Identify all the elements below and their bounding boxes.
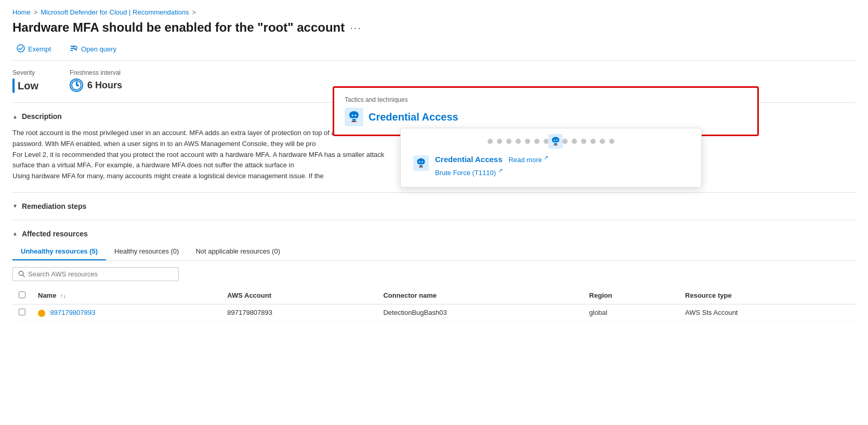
tooltip-dots-row xyxy=(413,139,689,144)
exempt-label: Exempt xyxy=(28,45,51,53)
dot-8 xyxy=(562,139,568,144)
svg-point-10 xyxy=(355,115,357,116)
breadcrumb-sep2: > xyxy=(192,8,196,16)
svg-point-0 xyxy=(17,45,24,52)
table-header-row: Name ↑↓ AWS Account Connector name Regio… xyxy=(12,287,856,304)
exempt-icon xyxy=(17,44,25,54)
row-checkbox-cell xyxy=(12,304,32,321)
description-chevron-icon: ▲ xyxy=(12,114,18,119)
breadcrumb: Home > Microsoft Defender for Cloud | Re… xyxy=(12,8,856,16)
freshness-label: Freshness interval xyxy=(70,69,122,76)
clock-icon xyxy=(70,78,83,92)
open-query-icon xyxy=(70,44,78,54)
table-col-connector-name: Connector name xyxy=(377,287,583,304)
severity-block: Severity Low xyxy=(12,69,38,93)
dot-5 xyxy=(525,139,530,144)
search-icon xyxy=(18,270,25,277)
table-col-name: Name ↑↓ xyxy=(32,287,221,304)
svg-rect-12 xyxy=(351,121,357,122)
breadcrumb-home[interactable]: Home xyxy=(12,8,31,16)
row-connector-name-cell: DetectionBugBash03 xyxy=(377,304,583,321)
remediation-chevron-icon: ▼ xyxy=(12,203,18,209)
tab-healthy[interactable]: Healthy resources (0) xyxy=(106,243,187,260)
dot-10 xyxy=(581,139,586,144)
name-sort-icon[interactable]: ↑↓ xyxy=(60,293,66,299)
dot-2 xyxy=(497,139,502,144)
dot-12 xyxy=(600,139,605,144)
tooltip-technique: Brute Force (T1110) ↗ xyxy=(435,167,548,176)
tooltip-text-block: Credential Access Read more ↗ Brute Forc… xyxy=(435,154,548,177)
svg-rect-18 xyxy=(554,144,558,145)
description-header-label: Description xyxy=(22,112,62,121)
svg-point-21 xyxy=(419,161,420,163)
tactic-mask-icon xyxy=(345,108,363,126)
open-query-label: Open query xyxy=(81,45,116,53)
affected-resources-header-label: Affected resources xyxy=(22,230,88,238)
table-col-resource-type: Resource type xyxy=(679,287,856,304)
tooltip-read-more-link[interactable]: Read more ↗ xyxy=(508,156,548,164)
resources-tabs: Unhealthy resources (5) Healthy resource… xyxy=(12,243,856,261)
table-col-checkbox xyxy=(12,287,32,304)
resource-link[interactable]: 897179807893 xyxy=(50,309,96,316)
svg-point-2 xyxy=(72,81,81,90)
svg-point-9 xyxy=(352,115,353,116)
affected-resources-section-header[interactable]: ▲ Affected resources xyxy=(12,224,856,243)
dot-9 xyxy=(572,139,577,144)
tooltip-card: Credential Access Read more ↗ Brute Forc… xyxy=(400,128,702,188)
severity-value: Low xyxy=(18,80,38,92)
tab-unhealthy[interactable]: Unhealthy resources (5) xyxy=(12,243,106,260)
svg-point-15 xyxy=(554,140,555,141)
tactics-overlay: Tactics and techniques Credential Access xyxy=(333,86,759,136)
tooltip-mask-icon xyxy=(413,155,429,171)
row-aws-account-cell: 897179807893 xyxy=(221,304,377,321)
technique-link[interactable]: Brute Force (T1110) ↗ xyxy=(435,169,503,177)
table-col-region: Region xyxy=(583,287,679,304)
row-region-cell: global xyxy=(583,304,679,321)
page-title: Hardware MFA should be enabled for the "… xyxy=(12,20,345,35)
freshness-value: 6 Hours xyxy=(87,80,122,91)
search-box[interactable] xyxy=(12,267,179,281)
freshness-block: Freshness interval 6 Hours xyxy=(70,69,122,92)
toolbar: Exempt Open query xyxy=(12,42,856,61)
tactic-name-link[interactable]: Credential Access xyxy=(369,111,458,123)
dot-13 xyxy=(609,139,614,144)
tab-not-applicable[interactable]: Not applicable resources (0) xyxy=(187,243,288,260)
tooltip-tactic-name: Credential Access xyxy=(435,155,503,164)
svg-point-22 xyxy=(422,161,423,163)
tactics-main-card: Tactics and techniques Credential Access xyxy=(333,86,759,136)
resources-table: Name ↑↓ AWS Account Connector name Regio… xyxy=(12,287,856,322)
breadcrumb-sep1: > xyxy=(34,8,38,16)
active-dot xyxy=(553,139,558,144)
affected-chevron-icon: ▲ xyxy=(12,231,18,236)
dot-4 xyxy=(516,139,521,144)
svg-point-1 xyxy=(74,46,77,49)
severity-label: Severity xyxy=(12,69,38,76)
search-input[interactable] xyxy=(28,270,173,278)
tooltip-content-row: Credential Access Read more ↗ Brute Forc… xyxy=(413,154,689,177)
dot-3 xyxy=(506,139,511,144)
exempt-button[interactable]: Exempt xyxy=(12,42,55,56)
dot-6 xyxy=(534,139,540,144)
external-link-icon: ↗ xyxy=(544,154,548,161)
resource-icon xyxy=(38,310,45,317)
svg-rect-24 xyxy=(419,167,423,168)
remediation-section-header[interactable]: ▼ Remediation steps xyxy=(12,197,856,216)
open-query-button[interactable]: Open query xyxy=(65,42,121,56)
svg-line-6 xyxy=(23,275,24,277)
tooltip-tactic-name-row: Credential Access Read more ↗ xyxy=(435,154,548,164)
technique-external-icon: ↗ xyxy=(498,167,503,173)
breadcrumb-recommendations[interactable]: Microsoft Defender for Cloud | Recommend… xyxy=(41,8,189,16)
severity-bar xyxy=(12,78,15,93)
row-name-cell: 897179807893 xyxy=(32,304,221,321)
dot-1 xyxy=(488,139,493,144)
select-all-checkbox[interactable] xyxy=(19,291,25,298)
tactics-label: Tactics and techniques xyxy=(345,96,747,103)
svg-point-16 xyxy=(556,140,557,141)
table-row: 897179807893 897179807893 DetectionBugBa… xyxy=(12,304,856,321)
tactic-title-row: Credential Access xyxy=(345,108,747,126)
table-col-aws-account: AWS Account xyxy=(221,287,377,304)
more-options-icon[interactable]: ··· xyxy=(350,22,362,34)
row-checkbox[interactable] xyxy=(19,309,25,315)
row-resource-type-cell: AWS Sts Account xyxy=(679,304,856,321)
dot-11 xyxy=(590,139,596,144)
